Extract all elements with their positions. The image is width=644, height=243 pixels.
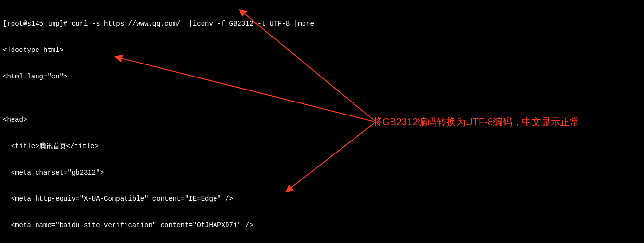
output-line: <title>腾讯首页</title> [3,142,641,151]
output-line: <html lang="cn"> [3,72,641,81]
command-line: [root@s145 tmp]# curl -s https://www.qq.… [3,19,641,28]
annotation-text: 将GB2312编码转换为UTF-8编码，中文显示正常 [373,115,580,128]
output-line: <!doctype html> [3,46,641,54]
output-line: <meta charset="gb2312"> [3,168,641,177]
output-line: <meta http-equiv="X-UA-Compatible" conte… [3,194,641,203]
output-line: <meta name="baidu-site-verification" con… [3,221,641,230]
